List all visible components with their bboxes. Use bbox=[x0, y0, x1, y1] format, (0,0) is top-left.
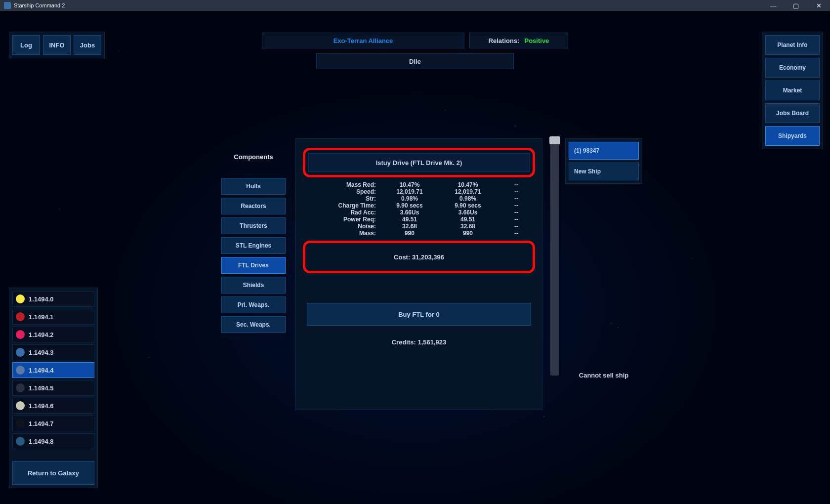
planet-icon bbox=[16, 348, 25, 357]
planet-info-button[interactable]: Planet Info bbox=[765, 35, 820, 55]
faction-name: Exo-Terran Alliance bbox=[262, 33, 464, 48]
ship-slot[interactable]: (1) 98347 bbox=[569, 142, 639, 160]
credits-display: Credits: 1,561,923 bbox=[307, 338, 531, 346]
jobs-button[interactable]: Jobs bbox=[74, 35, 101, 55]
location-name: Diie bbox=[316, 53, 514, 69]
stat-value: -- bbox=[501, 216, 531, 223]
stat-value: 9.90 secs bbox=[385, 202, 434, 209]
stat-value: 10.47% bbox=[385, 181, 434, 188]
system-row[interactable]: 1.1494.5 bbox=[12, 380, 94, 396]
stat-value: 32.68 bbox=[385, 223, 434, 230]
stat-value: 0.98% bbox=[385, 195, 434, 202]
stat-value: -- bbox=[501, 181, 531, 188]
stat-label: Mass: bbox=[317, 230, 376, 237]
sell-ship-note: Cannot sell ship bbox=[565, 372, 642, 379]
app-icon bbox=[4, 2, 11, 9]
system-label: 1.1494.0 bbox=[29, 295, 54, 303]
stat-value: 9.90 secs bbox=[443, 202, 493, 209]
stat-label: Rad Acc: bbox=[317, 209, 376, 216]
system-row[interactable]: 1.1494.3 bbox=[12, 344, 94, 360]
system-label: 1.1494.2 bbox=[29, 331, 54, 338]
category-ftl-drives[interactable]: FTL Drives bbox=[221, 257, 286, 274]
system-row[interactable]: 1.1494.1 bbox=[12, 309, 94, 325]
stat-value: -- bbox=[501, 209, 531, 216]
stat-value: 3.66Us bbox=[443, 209, 493, 216]
jobs-board-button[interactable]: Jobs Board bbox=[765, 103, 820, 123]
category-sec-weaps-[interactable]: Sec. Weaps. bbox=[221, 316, 286, 333]
window-titlebar: Starship Command 2 — ▢ ✕ bbox=[0, 0, 830, 11]
system-label: 1.1494.1 bbox=[29, 313, 54, 321]
stat-value: -- bbox=[501, 195, 531, 202]
system-row[interactable]: 1.1494.2 bbox=[12, 327, 94, 342]
shipyards-button[interactable]: Shipyards bbox=[765, 126, 820, 146]
system-label: 1.1494.5 bbox=[29, 384, 54, 392]
planet-icon bbox=[16, 419, 25, 428]
stat-label: Power Req: bbox=[317, 216, 376, 223]
stat-label: Mass Red: bbox=[317, 181, 376, 188]
item-name[interactable]: Istuy Drive (FTL Drive Mk. 2) bbox=[308, 153, 530, 172]
stat-value: -- bbox=[501, 188, 531, 195]
system-row[interactable]: 1.1494.4 bbox=[12, 362, 94, 378]
header-bar: Exo-Terran Alliance Relations: Positive bbox=[262, 33, 568, 48]
shipyard-panel: Components HullsReactorsThrustersSTL Eng… bbox=[221, 138, 612, 410]
buy-button[interactable]: Buy FTL for 0 bbox=[307, 303, 531, 326]
planet-icon bbox=[16, 383, 25, 392]
category-hulls[interactable]: Hulls bbox=[221, 178, 286, 195]
category-pri-weaps-[interactable]: Pri. Weaps. bbox=[221, 296, 286, 313]
stat-label: Str: bbox=[317, 195, 376, 202]
system-row[interactable]: 1.1494.6 bbox=[12, 398, 94, 414]
stat-value: 0.98% bbox=[443, 195, 493, 202]
ship-list: (1) 98347New Ship bbox=[565, 138, 642, 184]
system-label: 1.1494.3 bbox=[29, 349, 54, 356]
market-button[interactable]: Market bbox=[765, 81, 820, 100]
scrollbar-track[interactable] bbox=[550, 138, 559, 376]
system-label: 1.1494.4 bbox=[29, 367, 54, 374]
planet-icon bbox=[16, 401, 25, 410]
system-row[interactable]: 1.1494.8 bbox=[12, 433, 94, 449]
location-bar: Diie bbox=[316, 53, 514, 69]
stat-value: 32.68 bbox=[443, 223, 493, 230]
highlight-item-name: Istuy Drive (FTL Drive Mk. 2) bbox=[303, 148, 535, 177]
ship-list-area: (1) 98347New Ship Cannot sell ship bbox=[565, 138, 642, 379]
stat-value: 49.51 bbox=[385, 216, 434, 223]
system-label: 1.1494.6 bbox=[29, 402, 54, 410]
planet-icon bbox=[16, 366, 25, 375]
stat-value: -- bbox=[501, 223, 531, 230]
category-stl-engines[interactable]: STL Engines bbox=[221, 237, 286, 254]
system-list: 1.1494.01.1494.11.1494.21.1494.31.1494.4… bbox=[9, 288, 98, 488]
planet-icon bbox=[16, 312, 25, 321]
stat-value: 12,019.71 bbox=[443, 188, 493, 195]
category-reactors[interactable]: Reactors bbox=[221, 198, 286, 214]
stat-value: 990 bbox=[385, 230, 434, 237]
stat-grid: Mass Red:10.47%10.47%--Speed:12,019.7112… bbox=[317, 181, 521, 237]
stat-label: Speed: bbox=[317, 188, 376, 195]
stat-value: 3.66Us bbox=[385, 209, 434, 216]
close-icon[interactable]: ✕ bbox=[807, 0, 830, 11]
system-row[interactable]: 1.1494.0 bbox=[12, 291, 94, 307]
system-row[interactable]: 1.1494.7 bbox=[12, 416, 94, 431]
top-left-panel: Log INFO Jobs bbox=[9, 32, 105, 58]
components-label: Components bbox=[221, 153, 286, 161]
item-cost: Cost: 31,203,396 bbox=[308, 246, 530, 268]
planet-icon bbox=[16, 330, 25, 339]
relations-label: Relations: bbox=[489, 37, 520, 44]
stat-label: Charge Time: bbox=[317, 202, 376, 209]
maximize-icon[interactable]: ▢ bbox=[785, 0, 807, 11]
minimize-icon[interactable]: — bbox=[762, 0, 785, 11]
stat-value: 12,019.71 bbox=[385, 188, 434, 195]
category-thrusters[interactable]: Thrusters bbox=[221, 217, 286, 234]
stat-value: 990 bbox=[443, 230, 493, 237]
category-shields[interactable]: Shields bbox=[221, 277, 286, 294]
info-button[interactable]: INFO bbox=[43, 35, 71, 55]
scrollbar-thumb[interactable] bbox=[549, 136, 560, 144]
category-column: HullsReactorsThrustersSTL EnginesFTL Dri… bbox=[221, 178, 286, 333]
new-ship-button[interactable]: New Ship bbox=[569, 163, 639, 180]
window-title: Starship Command 2 bbox=[14, 2, 65, 8]
relations-value: Positive bbox=[524, 37, 549, 44]
relations-display: Relations: Positive bbox=[469, 33, 568, 48]
stat-label: Noise: bbox=[317, 223, 376, 230]
return-to-galaxy-button[interactable]: Return to Galaxy bbox=[12, 461, 94, 485]
system-label: 1.1494.8 bbox=[29, 438, 54, 445]
log-button[interactable]: Log bbox=[12, 35, 40, 55]
economy-button[interactable]: Economy bbox=[765, 58, 820, 78]
